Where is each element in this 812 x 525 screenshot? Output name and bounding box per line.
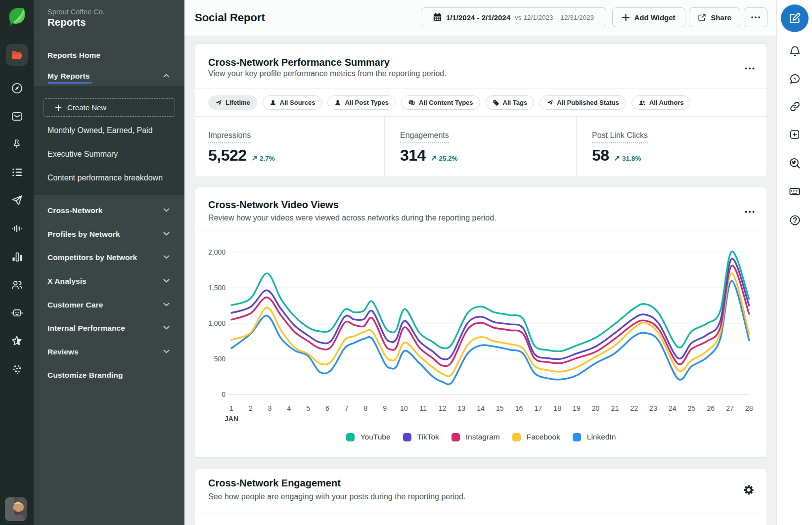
svg-text:22: 22	[630, 404, 638, 412]
svg-text:17: 17	[535, 404, 542, 412]
svg-text:9: 9	[383, 404, 387, 412]
svg-text:24: 24	[669, 404, 677, 412]
svg-text:3: 3	[268, 404, 272, 412]
svg-text:13: 13	[457, 404, 465, 412]
svg-text:6: 6	[325, 404, 329, 412]
svg-text:4: 4	[287, 404, 291, 412]
svg-text:8: 8	[364, 404, 368, 412]
svg-text:1,000: 1,000	[208, 319, 226, 327]
svg-text:15: 15	[496, 404, 504, 412]
svg-text:1,500: 1,500	[208, 284, 226, 292]
svg-text:1: 1	[229, 404, 233, 412]
svg-text:5: 5	[306, 404, 310, 412]
svg-text:19: 19	[573, 404, 581, 412]
svg-text:14: 14	[477, 404, 485, 412]
svg-text:20: 20	[592, 404, 600, 412]
svg-text:2,000: 2,000	[208, 248, 226, 256]
svg-text:26: 26	[707, 404, 715, 412]
svg-text:27: 27	[726, 404, 734, 412]
svg-text:0: 0	[222, 391, 226, 398]
svg-text:11: 11	[419, 404, 427, 412]
svg-text:12: 12	[439, 404, 447, 412]
svg-text:23: 23	[649, 404, 657, 412]
svg-text:10: 10	[400, 404, 408, 412]
svg-text:7: 7	[345, 404, 349, 412]
svg-text:JAN: JAN	[225, 415, 238, 423]
svg-text:25: 25	[688, 404, 696, 412]
svg-text:18: 18	[553, 404, 561, 412]
svg-text:28: 28	[745, 404, 753, 412]
svg-text:2: 2	[249, 404, 253, 412]
svg-text:16: 16	[515, 404, 523, 412]
svg-text:500: 500	[214, 355, 226, 363]
svg-text:21: 21	[611, 404, 619, 412]
